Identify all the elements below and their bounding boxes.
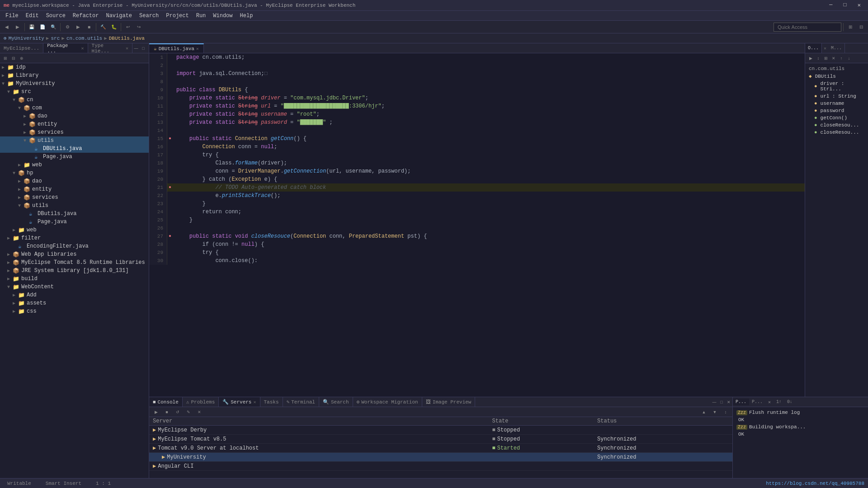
line-content[interactable] <box>173 61 805 70</box>
line-content[interactable]: conn = DriverManager.getConnection(url, … <box>173 167 805 175</box>
tree-item[interactable]: ▼📁src <box>0 88 149 96</box>
br-tab-down[interactable]: 0↓ <box>784 399 795 405</box>
breadcrumb-part-2[interactable]: src <box>51 36 60 41</box>
code-editor[interactable]: 1package cn.com.utils;23import java.sql.… <box>149 53 805 397</box>
br-tab-close[interactable]: ✕ <box>765 399 774 406</box>
line-content[interactable]: conn.close(): <box>173 257 805 265</box>
tree-item[interactable]: ▶📁filter <box>0 234 149 242</box>
status-writable[interactable]: Writable <box>4 481 35 486</box>
breadcrumb-part-3[interactable]: cn.com.utils <box>66 36 102 41</box>
outline-item[interactable]: ●closeResou... <box>807 122 866 129</box>
server-toolbar-7[interactable]: ▼ <box>710 407 720 417</box>
bottom-tab-console[interactable]: ■ Console <box>149 397 183 407</box>
toolbar-btn-save[interactable]: 💾 <box>27 22 37 32</box>
close-button[interactable]: ✕ <box>854 1 864 9</box>
tree-item[interactable]: ▼📦utils <box>0 202 149 210</box>
tree-item[interactable]: ▼📁MyUniversity <box>0 80 149 88</box>
bottom-tab-search[interactable]: 🔍 Search <box>319 397 353 407</box>
server-row[interactable]: ▶Angular CLI <box>149 462 732 471</box>
toolbar-btn-5[interactable]: ⚙ <box>62 22 72 32</box>
outline-btn-5[interactable]: ↑ <box>838 55 845 62</box>
toolbar-btn-10[interactable]: ↩ <box>123 22 133 32</box>
tab-package[interactable]: Package ... ✕ <box>43 43 88 53</box>
menu-item-file[interactable]: File <box>2 12 22 20</box>
line-content[interactable]: if (conn != null) { <box>173 240 805 249</box>
outline-btn-4[interactable]: ✕ <box>830 55 837 62</box>
line-content[interactable]: return conn; <box>173 208 805 216</box>
outline-btn-6[interactable]: ↓ <box>845 55 853 62</box>
tree-item[interactable]: ▶📦dao <box>0 112 149 120</box>
tree-item[interactable]: ▶📦Web App Libraries <box>0 250 149 258</box>
server-toolbar-6[interactable]: ▲ <box>699 407 709 417</box>
bottom-panel-min[interactable]: — <box>711 399 718 406</box>
tree-item[interactable]: ▶📦services <box>0 128 149 136</box>
tree-collapse-btn[interactable]: ⊞ <box>2 55 9 62</box>
tree-item[interactable]: ▶📁assets <box>0 299 149 307</box>
server-toolbar-5[interactable]: ✕ <box>194 407 204 417</box>
line-content[interactable]: } <box>173 200 805 208</box>
editor-tab-close[interactable]: ✕ <box>196 46 199 52</box>
server-row[interactable]: ▶Tomcat v9.0 Server at localhost■Started… <box>149 444 732 453</box>
tree-item[interactable]: ▶📦MyEclipse Tomcat 8.5 Runtime Libraries <box>0 258 149 267</box>
tree-item[interactable]: ▶📦dao <box>0 177 149 185</box>
outline-item[interactable]: ●username <box>807 100 866 107</box>
editor-tab-dbutils[interactable]: ☕ DBUtils.java ✕ <box>149 43 204 53</box>
outline-tab-o[interactable]: O... <box>805 43 822 53</box>
menu-item-navigate[interactable]: Navigate <box>102 12 136 20</box>
breadcrumb-part-1[interactable]: MyUniversity <box>9 36 44 41</box>
line-content[interactable]: package cn.com.utils; <box>173 53 805 61</box>
tree-item[interactable]: ▼📦com <box>0 104 149 112</box>
tree-item[interactable]: ▶📁build <box>0 275 149 283</box>
bottom-panel-close[interactable]: ✕ <box>725 399 732 406</box>
server-toolbar-4[interactable]: ✎ <box>184 407 193 417</box>
br-tab-up[interactable]: 1↑ <box>774 399 784 405</box>
outline-item[interactable]: ●url : String <box>807 93 866 100</box>
toolbar-btn-7[interactable]: ■ <box>84 22 94 32</box>
bottom-tab-image[interactable]: 🖼 Image Preview <box>422 397 476 407</box>
tree-item[interactable]: ☕EncodingFilter.java <box>0 242 149 250</box>
menu-item-run[interactable]: Run <box>193 12 210 20</box>
menu-item-project[interactable]: Project <box>162 12 192 20</box>
toolbar-btn-3[interactable]: 📄 <box>38 22 47 32</box>
server-row[interactable]: ▶MyUniversitySynchronized <box>149 453 732 462</box>
menu-item-edit[interactable]: Edit <box>22 12 42 20</box>
tree-item[interactable]: ▶📦entity <box>0 120 149 128</box>
toolbar-btn-4[interactable]: 🔍 <box>48 22 58 32</box>
tree-expand-btn[interactable]: ⊟ <box>10 55 17 62</box>
tree-item[interactable]: ▼📦hp <box>0 169 149 177</box>
tab-type-hier[interactable]: Type Hie... ✕ <box>88 43 132 53</box>
minimize-button[interactable]: ─ <box>826 1 836 9</box>
menu-item-refactor[interactable]: Refactor <box>69 12 103 20</box>
line-content[interactable]: Connection conn = null; <box>173 143 805 151</box>
bottom-tab-tasks[interactable]: Tasks <box>260 397 283 407</box>
menu-item-help[interactable]: Help <box>236 12 257 20</box>
line-content[interactable] <box>173 78 805 86</box>
outline-item[interactable]: ●getConn() <box>807 114 866 122</box>
toolbar-perspective-btn2[interactable]: ⊟ <box>856 22 866 32</box>
status-position[interactable]: 1 : 1 <box>92 481 114 486</box>
line-content[interactable]: } <box>173 216 805 224</box>
toolbar-btn-2[interactable]: ▶ <box>13 22 23 32</box>
tree-item[interactable]: ▶📁web <box>0 226 149 234</box>
line-content[interactable]: public static void closeResouce(Connecti… <box>173 232 805 240</box>
line-content[interactable]: public static Connection getConn() { <box>173 135 805 143</box>
line-content[interactable]: private static String driver = "com.mysq… <box>173 94 805 102</box>
toolbar-btn-8[interactable]: 🔨 <box>98 22 108 32</box>
tree-link-btn[interactable]: ⊕ <box>18 55 25 62</box>
br-tab-p2[interactable]: P... <box>749 399 765 405</box>
outline-item[interactable]: ●closeResou... <box>807 129 866 136</box>
line-content[interactable]: import java.sql.Connection;□ <box>173 70 805 78</box>
tree-item[interactable]: ▶📦services <box>0 193 149 202</box>
quick-access-input[interactable] <box>774 23 841 32</box>
line-content[interactable]: Class.forName(driver); <box>173 159 805 167</box>
bottom-tab-servers[interactable]: 🔧 Servers ✕ <box>219 397 260 407</box>
line-content[interactable] <box>173 127 805 135</box>
toolbar-btn-6[interactable]: ▶ <box>73 22 83 32</box>
toolbar-btn-11[interactable]: ↪ <box>134 22 144 32</box>
tree-item[interactable]: ☕DBUtils.java <box>0 145 149 153</box>
menu-item-search[interactable]: Search <box>136 12 162 20</box>
tab-type-close[interactable]: ✕ <box>126 46 128 51</box>
outline-btn-1[interactable]: ▶ <box>807 55 814 62</box>
status-link[interactable]: https://blog.csdn.net/qq_40985788 <box>766 481 864 486</box>
server-toolbar-3[interactable]: ↺ <box>173 407 183 417</box>
